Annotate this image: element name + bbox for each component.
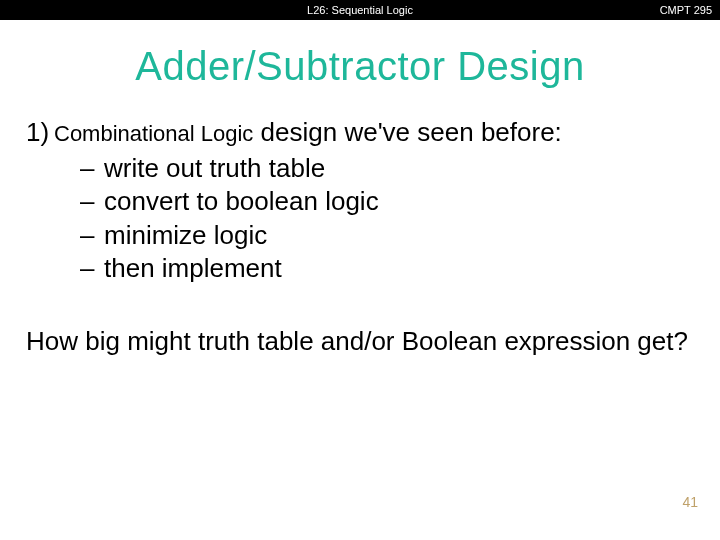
- page-number: 41: [682, 494, 698, 510]
- dash-icon: –: [80, 219, 104, 252]
- sub-label: convert to boolean logic: [104, 186, 379, 216]
- header-bar: L26: Sequential Logic CMPT 295: [0, 0, 720, 20]
- list-item: –minimize logic: [80, 219, 694, 252]
- item-rest: design we've seen before:: [253, 117, 562, 147]
- slide-title: Adder/Subtractor Design: [0, 44, 720, 89]
- sub-label: write out truth table: [104, 153, 325, 183]
- list-item: –then implement: [80, 252, 694, 285]
- item-number: 1): [26, 117, 54, 148]
- list-item: –write out truth table: [80, 152, 694, 185]
- header-course: CMPT 295: [660, 4, 712, 16]
- item-prefix: Combinational Logic: [54, 121, 253, 146]
- list-item: –convert to boolean logic: [80, 185, 694, 218]
- dash-icon: –: [80, 152, 104, 185]
- sub-label: minimize logic: [104, 220, 267, 250]
- sub-list: –write out truth table –convert to boole…: [80, 152, 694, 285]
- question-text: How big might truth table and/or Boolean…: [26, 325, 694, 358]
- slide-body: 1)Combinational Logic design we've seen …: [0, 117, 720, 358]
- dash-icon: –: [80, 185, 104, 218]
- sub-label: then implement: [104, 253, 282, 283]
- list-item-1: 1)Combinational Logic design we've seen …: [26, 117, 694, 148]
- header-topic: L26: Sequential Logic: [307, 4, 413, 16]
- slide: L26: Sequential Logic CMPT 295 Adder/Sub…: [0, 0, 720, 540]
- dash-icon: –: [80, 252, 104, 285]
